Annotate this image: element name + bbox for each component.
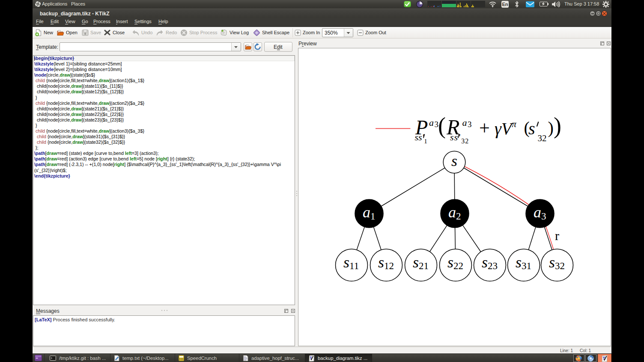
- svg-text:+: +: [479, 118, 490, 139]
- svg-text:): ): [548, 118, 554, 137]
- svg-text:a3: a3: [462, 117, 472, 129]
- svg-text:(: (: [438, 113, 446, 139]
- svg-text:): ): [554, 113, 561, 139]
- svg-text:γVπ: γVπ: [495, 119, 516, 138]
- svg-text:a3: a3: [429, 117, 438, 129]
- svg-text:r: r: [555, 228, 559, 243]
- svg-text:ss'32: ss'32: [450, 132, 469, 145]
- svg-text:s: s: [451, 152, 457, 169]
- svg-text:s32: s32: [528, 119, 547, 143]
